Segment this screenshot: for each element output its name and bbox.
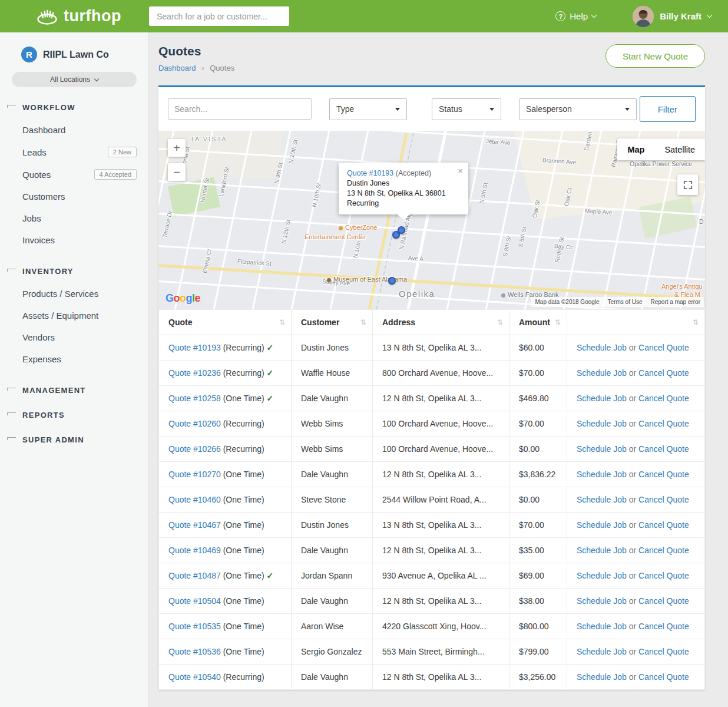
sidebar-item-assets-equipment[interactable]: Assets / Equipment — [0, 305, 148, 326]
cancel-quote-link[interactable]: Cancel Quote — [638, 495, 689, 504]
global-search-input[interactable] — [149, 6, 289, 26]
sidebar-item-dashboard[interactable]: Dashboard — [0, 119, 148, 141]
table-row: Quote #10536 (One Time) Sergio Gonzalez … — [159, 639, 705, 665]
quote-link[interactable]: Quote #10193 — [168, 343, 221, 352]
map-type-map-button[interactable]: Map — [617, 138, 654, 160]
column-header-address[interactable]: Address⇅ — [373, 310, 509, 335]
customer-cell: Dustin Jones — [292, 513, 373, 538]
schedule-job-link[interactable]: Schedule Job — [577, 647, 627, 656]
sidebar-item-vendors[interactable]: Vendors — [0, 326, 148, 348]
nav-section-super-admin[interactable]: SUPER ADMIN — [0, 435, 148, 444]
filter-button[interactable]: Filter — [640, 96, 696, 122]
cancel-quote-link[interactable]: Cancel Quote — [638, 470, 689, 479]
report-error-link[interactable]: Report a map error — [651, 299, 700, 305]
user-menu[interactable]: Billy Kraft — [633, 6, 712, 27]
breadcrumb-dashboard[interactable]: Dashboard — [158, 64, 196, 72]
column-header-actions[interactable]: ⇅ — [567, 310, 705, 335]
cancel-quote-link[interactable]: Cancel Quote — [638, 647, 689, 656]
schedule-job-link[interactable]: Schedule Job — [577, 368, 627, 378]
help-menu[interactable]: ? Help — [555, 11, 596, 21]
amount-cell: $70.00 — [509, 411, 567, 437]
quote-link[interactable]: Quote #10536 — [168, 647, 221, 656]
zoom-out-button[interactable]: − — [168, 163, 186, 181]
table-row: Quote #10487 (One Time) ✓ Jordan Spann 9… — [159, 563, 705, 589]
close-icon[interactable]: × — [458, 166, 463, 176]
cancel-quote-link[interactable]: Cancel Quote — [638, 343, 689, 352]
brand-name: turfhop — [64, 7, 121, 25]
quote-type: (One Time) — [223, 520, 264, 530]
or-text: or — [629, 520, 638, 530]
cancel-quote-link[interactable]: Cancel Quote — [638, 394, 689, 403]
type-select[interactable]: Type — [329, 98, 407, 120]
quote-link[interactable]: Quote #10460 — [168, 495, 221, 504]
schedule-job-link[interactable]: Schedule Job — [577, 470, 627, 479]
schedule-job-link[interactable]: Schedule Job — [577, 672, 627, 682]
sort-icon: ⇅ — [555, 318, 561, 326]
cancel-quote-link[interactable]: Cancel Quote — [638, 672, 689, 682]
map-type-satellite-button[interactable]: Satellite — [654, 138, 705, 160]
quote-link[interactable]: Quote #10258 — [168, 394, 221, 403]
schedule-job-link[interactable]: Schedule Job — [577, 419, 627, 428]
quote-type: (One Time) — [223, 394, 264, 403]
cancel-quote-link[interactable]: Cancel Quote — [638, 571, 689, 580]
sidebar-item-leads[interactable]: Leads 2 New — [0, 141, 148, 163]
google-logo[interactable]: Google — [166, 292, 200, 305]
column-header-customer[interactable]: Customer⇅ — [292, 310, 373, 335]
actions-cell: Schedule Job or Cancel Quote — [567, 462, 705, 487]
schedule-job-link[interactable]: Schedule Job — [577, 596, 627, 606]
schedule-job-link[interactable]: Schedule Job — [577, 520, 627, 530]
cancel-quote-link[interactable]: Cancel Quote — [638, 368, 689, 378]
quote-link[interactable]: Quote #10266 — [168, 444, 221, 454]
schedule-job-link[interactable]: Schedule Job — [577, 394, 627, 403]
sidebar-item-invoices[interactable]: Invoices — [0, 229, 148, 251]
schedule-job-link[interactable]: Schedule Job — [577, 546, 627, 555]
quote-link[interactable]: Quote #10467 — [168, 520, 221, 530]
quote-link[interactable]: Quote #10504 — [168, 596, 221, 606]
quote-link[interactable]: Quote #10487 — [168, 571, 221, 580]
help-icon: ? — [555, 11, 565, 21]
quote-link[interactable]: Quote #10535 — [168, 622, 221, 631]
schedule-job-link[interactable]: Schedule Job — [577, 444, 627, 454]
schedule-job-link[interactable]: Schedule Job — [577, 343, 627, 352]
map-marker[interactable] — [388, 277, 396, 285]
sidebar-item-quotes[interactable]: Quotes 4 Accepted — [0, 163, 148, 186]
quote-link[interactable]: Quote #10260 — [168, 419, 221, 428]
quote-link[interactable]: Quote #10540 — [168, 672, 221, 682]
sidebar-item-jobs[interactable]: Jobs — [0, 207, 148, 229]
column-header-amount[interactable]: Amount⇅ — [509, 310, 567, 335]
schedule-job-link[interactable]: Schedule Job — [577, 571, 627, 580]
or-text: or — [629, 647, 638, 656]
table-row: Quote #10270 (One Time) Dale Vaughn 12 N… — [159, 462, 705, 487]
quote-link[interactable]: Quote #10270 — [168, 470, 221, 479]
map-marker[interactable] — [398, 226, 405, 234]
info-quote-link[interactable]: Quote #10193 — [347, 169, 393, 177]
salesperson-select[interactable]: Salesperson — [519, 98, 637, 120]
cancel-quote-link[interactable]: Cancel Quote — [638, 546, 689, 555]
fullscreen-button[interactable] — [677, 174, 698, 195]
start-new-quote-button[interactable]: Start New Quote — [605, 44, 705, 68]
cancel-quote-link[interactable]: Cancel Quote — [638, 444, 689, 454]
quotes-search-input[interactable] — [168, 98, 312, 120]
quote-link[interactable]: Quote #10469 — [168, 546, 221, 555]
locations-dropdown[interactable]: All Locations — [12, 72, 137, 87]
cancel-quote-link[interactable]: Cancel Quote — [638, 419, 689, 428]
cancel-quote-link[interactable]: Cancel Quote — [638, 596, 689, 606]
terms-link[interactable]: Terms of Use — [608, 299, 643, 305]
status-select[interactable]: Status — [432, 98, 501, 120]
zoom-in-button[interactable]: + — [168, 139, 186, 157]
quote-link[interactable]: Quote #10236 — [168, 368, 221, 378]
map[interactable]: N 10th StN 10th StN 10th StN 9th StN 12t… — [158, 131, 705, 309]
column-header-quote[interactable]: Quote⇅ — [159, 310, 292, 335]
brand[interactable]: turfhop — [35, 7, 149, 25]
cancel-quote-link[interactable]: Cancel Quote — [638, 520, 689, 530]
actions-cell: Schedule Job or Cancel Quote — [567, 538, 705, 563]
nav-section-reports[interactable]: REPORTS — [0, 411, 148, 419]
sidebar-item-products-services[interactable]: Products / Services — [0, 283, 148, 305]
sidebar-item-customers[interactable]: Customers — [0, 186, 148, 207]
accepted-check-icon: ✓ — [267, 571, 274, 580]
sidebar-item-expenses[interactable]: Expenses — [0, 348, 148, 370]
schedule-job-link[interactable]: Schedule Job — [577, 622, 627, 631]
schedule-job-link[interactable]: Schedule Job — [577, 495, 627, 504]
nav-section-management[interactable]: MANAGEMENT — [0, 386, 148, 395]
cancel-quote-link[interactable]: Cancel Quote — [638, 622, 689, 631]
